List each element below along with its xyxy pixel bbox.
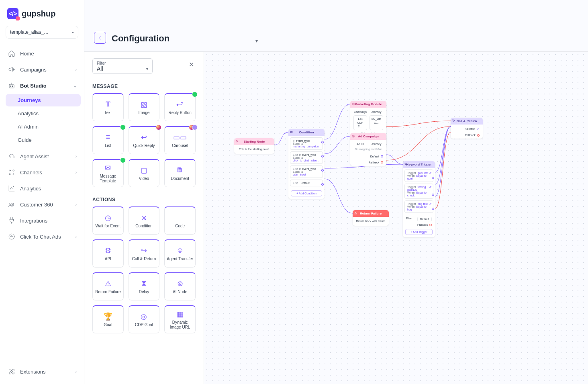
condition-block[interactable]: Else If event_type Equal to click_to_cha…: [290, 151, 323, 164]
tool-document[interactable]: 🗎 Document: [164, 159, 196, 187]
external-link-icon[interactable]: ⇗: [429, 202, 432, 206]
journey-canvas[interactable]: ⎋Starting Node This is the starting poin…: [204, 52, 588, 384]
tool-icon: ▦: [176, 310, 184, 319]
palette-actions-header: ACTIONS: [92, 197, 196, 202]
nav-label: Bot Studio: [20, 83, 47, 89]
port-out[interactable]: [321, 169, 324, 172]
tool-goal[interactable]: 🏆 Goal: [92, 305, 124, 333]
filter-select[interactable]: Filter All ▾: [92, 58, 153, 74]
tool-condition[interactable]: ⤨ Condition: [129, 206, 160, 235]
tool-code[interactable]: Code: [164, 206, 196, 235]
condition-block[interactable]: Else Default: [290, 180, 323, 186]
close-palette-button[interactable]: ✕: [189, 61, 194, 68]
tool-api[interactable]: ⚙ API: [92, 239, 124, 268]
tool-cdp-goal[interactable]: ◎ CDP Goal: [129, 305, 160, 333]
nav-item-home[interactable]: Home: [3, 46, 81, 61]
nav-item-click-to-chat-ads[interactable]: Click To Chat Ads ›: [3, 229, 81, 244]
tool-label: Delay: [139, 290, 149, 294]
plug-icon: [8, 217, 15, 224]
filter-value: All: [97, 65, 103, 72]
nav-item-integrations[interactable]: Integrations: [3, 213, 81, 228]
trigger-row[interactable]: Trigger testing goal123 When Equal to ch…: [404, 184, 433, 199]
tool-message-template[interactable]: ✉ Message Template: [92, 159, 124, 187]
tool-quick-reply[interactable]: ↩ Quick Reply: [129, 126, 160, 154]
chevron-icon: ›: [76, 370, 77, 374]
port-out[interactable]: [432, 208, 434, 210]
nav-item-extensions[interactable]: Extensions ›: [3, 364, 81, 379]
palette-panel: Filter All ▾ ✕ MESSAGE 𝐓 Text ▧ Image ⮐ …: [84, 52, 204, 384]
back-button[interactable]: [94, 32, 106, 44]
tool-ai-node[interactable]: ⊚ AI Node: [164, 272, 196, 300]
port-out[interactable]: [432, 177, 434, 179]
node-call-return-header: ↻Call & Return: [451, 118, 483, 125]
add-trigger-button[interactable]: + Add Trigger: [405, 229, 433, 235]
node-condition[interactable]: ⇄Condition If event_type Equal to market…: [288, 129, 325, 199]
node-call-return[interactable]: ↻Call & Return Fallback⇗ Fallback: [451, 118, 483, 139]
headset-icon: [8, 153, 15, 160]
external-link-icon[interactable]: ⇗: [429, 185, 432, 189]
nav-item-campaigns[interactable]: Campaigns ›: [3, 62, 81, 77]
add-condition-button[interactable]: + Add Condition: [291, 190, 322, 196]
tool-icon: ↩: [139, 133, 148, 142]
port-out[interactable]: [477, 134, 480, 137]
node-starting[interactable]: ⎋Starting Node This is the starting poin…: [234, 138, 274, 154]
nav-item-customer-360[interactable]: Customer 360 ›: [3, 197, 81, 212]
tool-list[interactable]: ≡ List: [92, 126, 124, 154]
tool-text[interactable]: 𝐓 Text: [92, 93, 124, 121]
port-out[interactable]: [429, 224, 432, 226]
chevron-down-icon: ▾: [72, 30, 74, 35]
subnav-analytics[interactable]: Analytics: [6, 107, 81, 120]
nav-label: Campaigns: [20, 67, 47, 73]
tool-reply-button[interactable]: ⮐ Reply Button: [164, 93, 196, 121]
chevron-icon: ›: [76, 67, 77, 72]
tool-dynamic-image-url[interactable]: ▦ Dynamic Image URL: [164, 305, 196, 333]
condition-block[interactable]: Else If event_type Equal to user_input: [290, 165, 323, 178]
tool-carousel[interactable]: ▭▭ Carousel: [164, 126, 196, 154]
nav-item-analytics[interactable]: Analytics: [3, 181, 81, 196]
nav-item-bot-studio[interactable]: Bot Studio ⌄: [3, 78, 81, 93]
chevron-icon: ›: [76, 202, 77, 207]
port-out[interactable]: [381, 155, 383, 157]
tool-video[interactable]: ▢ Video: [129, 159, 160, 187]
condition-block[interactable]: If event_type Equal to marketing_campaig…: [290, 137, 323, 150]
node-keyword-trigger[interactable]: ★Keyword Trigger Trigger goal test When …: [403, 161, 435, 237]
external-link-icon[interactable]: ⇗: [429, 171, 432, 175]
subnav-ai-admin[interactable]: AI Admin: [6, 121, 81, 133]
trigger-row[interactable]: Trigger goal test When Equal to goal ⇗: [404, 170, 433, 182]
tool-wait-for-event[interactable]: ◷ Wait for Event: [92, 206, 124, 235]
users-icon: [8, 201, 15, 208]
port-out[interactable]: [321, 155, 324, 157]
subnav-journeys[interactable]: Journeys: [6, 94, 81, 106]
tool-return-failure[interactable]: ⚠ Return Failure: [92, 272, 124, 300]
tool-label: API: [105, 257, 111, 261]
subnav-guide[interactable]: Guide: [6, 134, 81, 146]
nav-item-agent-assist[interactable]: Agent Assist ›: [3, 149, 81, 164]
nav-label: Click To Chat Ads: [20, 234, 61, 240]
port-out[interactable]: [321, 183, 324, 186]
external-link-icon[interactable]: ⇗: [477, 127, 480, 131]
tool-icon: ▢: [139, 166, 148, 175]
node-adcampaign-header: ◎Ad Campaign: [350, 133, 386, 140]
tool-label: Text: [104, 110, 112, 115]
template-selector[interactable]: template_alias_… ▾: [6, 26, 78, 39]
puzzle-icon: [8, 368, 15, 375]
tool-label: Wait for Event: [96, 224, 120, 229]
port-out[interactable]: [381, 161, 383, 163]
config-chevron-icon[interactable]: ▾: [255, 38, 258, 44]
template-selector-label: template_alias_…: [10, 29, 49, 35]
tool-image[interactable]: ▧ Image: [129, 93, 160, 121]
tool-label: Document: [171, 176, 189, 181]
tool-delay[interactable]: ⧗ Delay: [129, 272, 160, 300]
node-adcampaign[interactable]: ◎Ad Campaign Ad ID Journey No mapping av…: [350, 133, 386, 166]
tool-agent-transfer[interactable]: ☺ Agent Transfer: [164, 239, 196, 268]
port-out[interactable]: [432, 194, 434, 196]
chevron-icon: ›: [76, 154, 77, 159]
trigger-row[interactable]: Trigger bug test When Equal to bug ⇗: [404, 200, 433, 213]
tool-call-return[interactable]: ↪ Call & Return: [129, 239, 160, 268]
nav-item-channels[interactable]: Channels ›: [3, 165, 81, 180]
tool-icon: ≡: [104, 133, 112, 142]
svg-point-2: [12, 86, 13, 86]
tool-label: Dynamic Image URL: [166, 320, 194, 330]
port-out[interactable]: [321, 141, 324, 143]
node-return-failure[interactable]: ⚠Return Failure Return back with failure: [353, 210, 389, 226]
